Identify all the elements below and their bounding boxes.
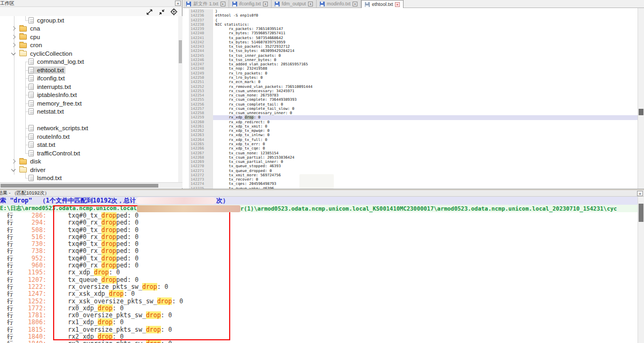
code-line[interactable]: tx_recover: 0 — [213, 177, 638, 182]
tree-item-cpu[interactable]: cpu — [0, 33, 179, 41]
tab-close-icon[interactable]: × — [395, 2, 400, 7]
line-number: 142251 — [189, 80, 213, 84]
code-line[interactable]: rx_xdp_redirect: 0 — [213, 120, 638, 124]
code-line[interactable]: rx_csum_complete_tail_slow: 0 — [213, 107, 638, 111]
scrollbar-thumb[interactable] — [1, 184, 158, 188]
file-icon — [28, 108, 34, 115]
tab-ifconfig.txt[interactable]: ifconfig.txt× — [229, 0, 272, 8]
code-line[interactable]: rx_xdp_tx_err: 0 — [213, 142, 638, 146]
search-summary-line[interactable]: 索 "drop" （1个文件中匹配到10192次，总计 次） — [0, 197, 644, 205]
code-line[interactable]: rx_csum_unnecessary: 34245971 — [213, 89, 638, 93]
tab-fdm_output[interactable]: fdm_output× — [272, 0, 317, 8]
chevron-right-icon[interactable] — [11, 43, 16, 47]
tab-close-icon[interactable]: × — [353, 2, 357, 6]
code-line[interactable]: tx_bytes: 514607839753959 — [213, 40, 638, 44]
tab-modinfo.txt[interactable]: modinfo.txt× — [317, 0, 361, 8]
tab-close-icon[interactable]: × — [308, 2, 313, 6]
tree-item-cron[interactable]: cron — [0, 41, 179, 50]
code-line[interactable]: tx_queue_stopped: 46393 — [213, 164, 638, 168]
tree-item-netstat.txt[interactable]: netstat.txt — [0, 108, 179, 116]
code-line[interactable]: rx_removed_vlan_packets: 736510091444 — [213, 85, 638, 89]
code-line[interactable]: } — [213, 9, 638, 13]
chevron-right-icon[interactable] — [11, 159, 16, 163]
code-line[interactable]: tx_csum_partial_inner: 0 — [213, 160, 638, 164]
code-line[interactable]: tx_tso_inner_bytes: 0 — [213, 58, 638, 62]
file-icon — [28, 133, 34, 140]
chevron-down-icon[interactable] — [11, 51, 16, 55]
tree-item-cyclicCollection[interactable]: cyclicCollection — [0, 49, 179, 58]
code-line[interactable]: tx_queue_dropped: 0 — [213, 169, 638, 173]
code-line[interactable]: rx_xdp_tx_cqe: 0 — [213, 146, 638, 151]
tab-新文件 1.txt[interactable]: 新文件 1.txt× — [183, 0, 229, 8]
tree-item-disk[interactable]: disk — [0, 158, 179, 166]
code-view[interactable]: }ethtool -S enp1s0f0{NIC statistics: rx_… — [213, 9, 638, 189]
tree-item-ethtool.txt[interactable]: ethtool.txt — [0, 66, 179, 74]
tree-vertical-scrollbar[interactable] — [178, 16, 182, 182]
editor-vertical-scrollbar[interactable] — [638, 8, 644, 189]
expand-all-icon[interactable] — [145, 8, 153, 16]
code-line[interactable]: rx_xdp_tx_full: 0 — [213, 138, 638, 142]
current-code-line[interactable]: rx_xdp_drop: 0 — [213, 115, 638, 120]
tree-item-label: disk — [30, 158, 41, 165]
code-line[interactable]: tx_packets: 507354668642 — [213, 36, 638, 40]
chevron-down-icon[interactable] — [11, 167, 16, 172]
editor-area[interactable]: 1422351422361422371422381422391422401422… — [183, 8, 638, 189]
tree-item-routeInfo.txt[interactable]: routeInfo.txt — [0, 132, 179, 141]
result-line-number: 1781: — [13, 312, 47, 319]
code-line[interactable]: rx_csum_complete: 736449389393 — [213, 98, 638, 102]
chevron-right-icon[interactable] — [11, 26, 16, 31]
code-line[interactable]: rx_csum_complete_tail: 0 — [213, 102, 638, 107]
tree-item-lsmod.txt[interactable]: lsmod.txt — [0, 174, 179, 183]
tree-item-interrupts.txt[interactable]: interrupts.txt — [0, 83, 179, 91]
tab-ethtool.txt[interactable]: ethtool.txt× — [361, 0, 404, 8]
code-line[interactable]: rx_lro_bytes: 0 — [213, 76, 638, 80]
code-line[interactable]: rx_xdp_tx_xmit: 0 — [213, 124, 638, 129]
scrollbar-thumb[interactable] — [639, 204, 643, 222]
code-line[interactable]: NIC statistics: — [213, 23, 638, 27]
tree-horizontal-scrollbar[interactable] — [0, 182, 182, 188]
code-line[interactable]: rx_packets: 736510395147 — [213, 27, 638, 31]
code-line[interactable]: rx_ecn_mark: 0 — [213, 80, 638, 84]
code-line[interactable]: rx_csum_unnecessary_inner: 0 — [213, 111, 638, 115]
tree-item-cgroup.txt[interactable]: cgroup.txt — [0, 16, 179, 25]
folder-workspace-panel: 文件夹工作区 × cgroup.txtcnacpucroncyclicColle… — [0, 0, 182, 189]
tree-item-command_log.txt[interactable]: command_log.txt — [0, 58, 179, 66]
result-row[interactable]: 行1849:rx2_oversize_pkts_sw_drop: 0 — [0, 340, 638, 343]
code-line[interactable]: tx_cqes: 204596498793 — [213, 182, 638, 186]
code-line[interactable]: rx_lro_packets: 0 — [213, 71, 638, 76]
tree-item-cna[interactable]: cna — [0, 25, 179, 33]
tree-item-memory_free.txt[interactable]: memory_free.txt — [0, 99, 179, 108]
code-line[interactable]: ethtool -S enp1s0f0 — [213, 13, 638, 18]
code-line[interactable]: { — [213, 18, 638, 23]
tab-close-icon[interactable]: × — [221, 2, 225, 6]
tree-item-stat.txt[interactable]: stat.txt — [0, 141, 179, 150]
code-line[interactable]: rx_xdp_tx_mpwqe: 0 — [213, 129, 638, 133]
scrollbar-thumb[interactable] — [639, 109, 643, 115]
tree-item-driver[interactable]: driver — [0, 166, 179, 174]
tree-item-trafficControl.txt[interactable]: trafficControl.txt — [0, 149, 179, 158]
chevron-right-icon[interactable] — [11, 35, 16, 39]
code-line[interactable]: tx_tso_bytes: 463099429284214 — [213, 49, 638, 53]
code-line[interactable]: tx_xmit_more: 569724756 — [213, 173, 638, 177]
line-number: 142241 — [189, 36, 213, 40]
workspace-close-icon[interactable]: × — [175, 1, 181, 6]
scrollbar-thumb[interactable] — [179, 40, 182, 63]
code-line[interactable]: tx_tso_inner_packets: 0 — [213, 54, 638, 58]
code-line[interactable]: tx_csum_partial: 205153836424 — [213, 155, 638, 160]
results-vertical-scrollbar[interactable] — [638, 197, 644, 343]
collapse-all-icon[interactable] — [158, 8, 165, 16]
results-close-icon[interactable]: × — [637, 191, 643, 196]
code-line[interactable]: rx_xdp_tx_inlnw: 0 — [213, 133, 638, 137]
tree-item-iptablesInfo.txt[interactable]: iptablesInfo.txt — [0, 91, 179, 100]
tree-item-ifconfig.txt[interactable]: ifconfig.txt — [0, 74, 179, 83]
code-line[interactable]: rx_csum_none: 26759783 — [213, 93, 638, 98]
tab-close-icon[interactable]: × — [263, 2, 268, 6]
code-line[interactable]: tx_csum_none: 12385154 — [213, 151, 638, 155]
tree-item-network_scripts.txt[interactable]: network_scripts.txt — [0, 124, 179, 133]
locate-current-file-icon[interactable] — [170, 8, 178, 16]
result-line-number: 960: — [13, 262, 47, 269]
code-line[interactable]: tx_nop: 232419588 — [213, 66, 638, 71]
code-line[interactable]: tx_tso_packets: 35272932712 — [213, 44, 638, 49]
code-line[interactable]: tx_added_vlan_packets: 205165957165 — [213, 62, 638, 66]
code-line[interactable]: rx_bytes: 735960572057411 — [213, 31, 638, 35]
